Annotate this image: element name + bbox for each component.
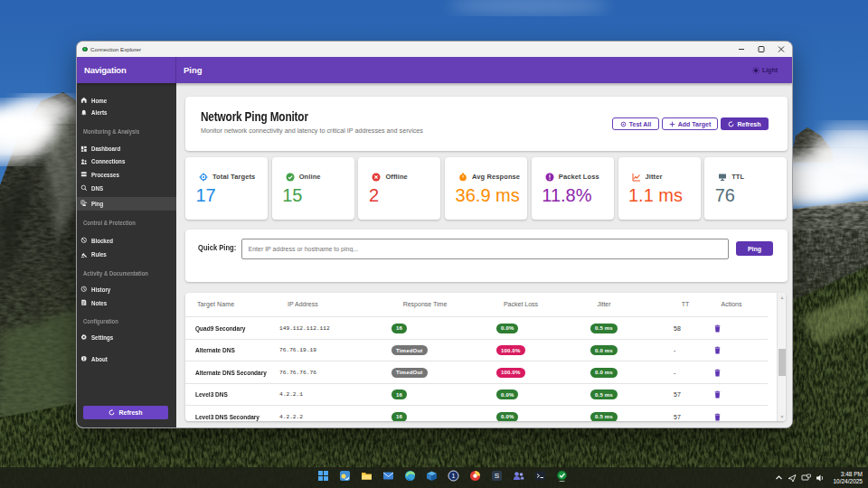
svg-text:1: 1 [452, 473, 456, 479]
svg-text:S: S [495, 472, 499, 480]
